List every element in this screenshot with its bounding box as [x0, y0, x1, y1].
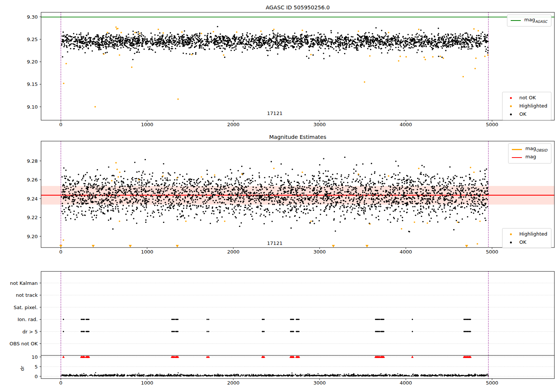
svg-text:9.24: 9.24	[27, 196, 38, 202]
svg-text:4000: 4000	[399, 122, 412, 127]
plot2-marker-legend: Highlighted OK	[502, 228, 551, 248]
svg-text:9.22: 9.22	[27, 215, 38, 220]
highlighted-marker-sample	[510, 233, 512, 235]
ok-marker-sample	[510, 242, 512, 243]
legend-entry-mag-agasc: magAGASC	[511, 16, 547, 25]
svg-text:0: 0	[59, 249, 62, 255]
legend-label: OK	[519, 110, 526, 118]
figure: 0100020003000400050009.309.259.209.159.1…	[0, 0, 560, 392]
highlighted-marker-sample	[510, 105, 512, 107]
not-ok-marker-sample	[510, 97, 512, 99]
svg-text:3000: 3000	[313, 380, 326, 386]
legend-entry-ok: OK	[506, 110, 547, 118]
svg-text:10: 10	[31, 354, 38, 360]
plot1-obsid-label: 17121	[260, 111, 290, 116]
svg-text:1000: 1000	[141, 122, 153, 127]
svg-text:2000: 2000	[227, 249, 239, 255]
svg-text:1000: 1000	[141, 380, 153, 386]
svg-text:Ion. rad.: Ion. rad.	[18, 317, 38, 322]
svg-text:5000: 5000	[486, 380, 498, 386]
svg-text:5000: 5000	[486, 122, 498, 127]
ok-marker-sample	[510, 113, 512, 115]
legend-label: magAGASC	[524, 16, 547, 26]
svg-text:4000: 4000	[399, 380, 412, 386]
svg-text:3000: 3000	[313, 249, 326, 255]
svg-text:0: 0	[35, 374, 38, 379]
svg-text:0: 0	[59, 122, 62, 127]
legend-label: Highlighted	[519, 230, 547, 238]
legend-entry-highlighted: Highlighted	[506, 102, 547, 110]
plot2-line-legend: magOBSID mag	[508, 143, 551, 164]
svg-text:9.30: 9.30	[27, 14, 38, 20]
legend-label: mag	[525, 153, 536, 163]
svg-text:9.25: 9.25	[27, 37, 38, 42]
svg-text:9.20: 9.20	[27, 59, 38, 65]
svg-text:1000: 1000	[141, 249, 153, 255]
legend-entry-highlighted: Highlighted	[506, 230, 547, 238]
svg-text:9.20: 9.20	[27, 234, 38, 239]
plot1-title: AGASC ID 505950256.0	[41, 4, 554, 10]
legend-entry-not-ok: not OK	[506, 94, 547, 102]
svg-text:2000: 2000	[227, 122, 239, 127]
svg-text:dr: dr	[19, 366, 25, 371]
svg-text:dr > 5: dr > 5	[22, 329, 38, 335]
legend-label: OK	[519, 238, 526, 246]
svg-text:9.26: 9.26	[27, 177, 38, 183]
legend-label: not OK	[519, 94, 536, 102]
plot1-marker-legend: not OK Highlighted OK	[502, 92, 551, 120]
svg-text:5000: 5000	[486, 249, 498, 255]
svg-text:5: 5	[35, 364, 38, 370]
svg-text:9.10: 9.10	[27, 104, 38, 110]
svg-text:not Kalman: not Kalman	[10, 280, 38, 286]
plot1-line-legend: magAGASC	[507, 15, 551, 27]
svg-text:0: 0	[59, 380, 62, 386]
plot2-obsid-label: 17121	[260, 240, 290, 246]
svg-text:3000: 3000	[313, 122, 326, 127]
svg-text:4000: 4000	[399, 249, 412, 255]
svg-text:2000: 2000	[227, 380, 239, 386]
legend-entry-ok: OK	[506, 238, 547, 246]
legend-label: Highlighted	[519, 102, 547, 110]
plot2-title: Magnitude Estimates	[41, 134, 554, 140]
legend-entry-mag: mag	[512, 153, 547, 162]
svg-text:9.28: 9.28	[27, 158, 38, 164]
svg-text:Sat. pixel.: Sat. pixel.	[14, 305, 38, 310]
mag-line-sample	[512, 157, 522, 158]
plots-canvas: 0100020003000400050009.309.259.209.159.1…	[0, 0, 560, 392]
svg-text:not track: not track	[16, 292, 38, 298]
svg-text:OBS not OK: OBS not OK	[10, 341, 38, 346]
mag-agasc-line-sample	[511, 20, 521, 21]
mag-obsid-line-sample	[512, 149, 522, 150]
legend-entry-mag-obsid: magOBSID	[512, 145, 547, 153]
svg-text:9.15: 9.15	[27, 81, 38, 87]
